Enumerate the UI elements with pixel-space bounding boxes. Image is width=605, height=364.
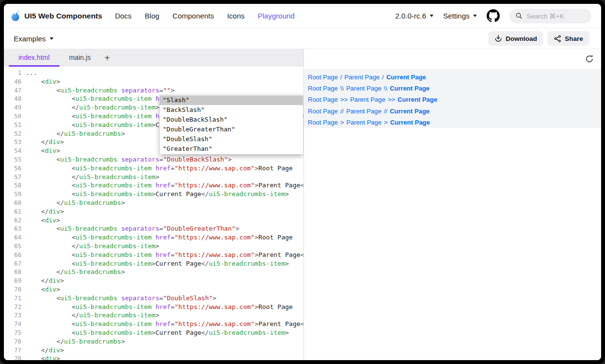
breadcrumb-row: Root Page\\Parent Page\\Current Page: [308, 83, 597, 94]
line-number: 65: [4, 242, 21, 251]
settings-label: Settings: [443, 12, 470, 20]
nav-item-blog[interactable]: Blog: [145, 12, 159, 20]
code-line: 57 </ui5-breadcrumbs-item>: [4, 173, 303, 182]
line-number: 60: [4, 199, 21, 207]
examples-dropdown[interactable]: Examples: [14, 35, 54, 43]
editor-tabs: index.htmlmain.js: [9, 49, 100, 67]
line-content: <ui5-breadcrumbs-item href="https://www.…: [21, 164, 293, 173]
nav-item-docs[interactable]: Docs: [115, 12, 132, 20]
autocomplete-item[interactable]: "Slash": [160, 95, 303, 105]
code-line: 62 <div>: [4, 216, 303, 225]
code-area[interactable]: 1...46 <div>47 <ui5-breadcrumbs separato…: [4, 67, 303, 360]
share-button[interactable]: Share: [548, 31, 589, 46]
line-number: 53: [4, 138, 21, 146]
line-content: <ui5-breadcrumbs-item href="https://www.…: [21, 181, 303, 190]
breadcrumb-separator: //: [384, 108, 387, 115]
code-line: 72 <ui5-breadcrumbs-item href="https://w…: [4, 303, 303, 311]
search-input[interactable]: Search ⌘+K: [510, 9, 591, 23]
browser-frame: UI5 Web Components DocsBlogComponentsIco…: [0, 0, 605, 364]
breadcrumb-separator: //: [340, 108, 343, 115]
add-tab-button[interactable]: +: [100, 49, 114, 67]
line-number: 71: [4, 294, 21, 303]
breadcrumb-link[interactable]: Root Page: [308, 96, 338, 103]
refresh-icon[interactable]: [585, 55, 594, 63]
line-content: <ui5-breadcrumbs-item>Current Page</ui5-…: [21, 259, 289, 268]
line-content: </ui5-breadcrumbs>: [21, 268, 125, 276]
tab-index.html[interactable]: index.html: [9, 49, 59, 67]
line-number: 75: [4, 328, 21, 337]
breadcrumb-current: Current Page: [397, 96, 437, 103]
autocomplete-item[interactable]: "DoubleSlash": [160, 134, 303, 144]
breadcrumb-link[interactable]: Parent Page: [350, 96, 385, 103]
line-content: </ui5-breadcrumbs-item>: [21, 173, 159, 182]
version-dropdown[interactable]: 2.0.0-rc.6: [395, 12, 433, 20]
chevron-down-icon: [50, 37, 54, 40]
share-label: Share: [565, 35, 583, 42]
github-icon[interactable]: [487, 9, 500, 22]
line-number: 76: [4, 337, 21, 346]
breadcrumb-link[interactable]: Parent Page: [346, 119, 381, 126]
line-content: </div>: [21, 346, 64, 355]
autocomplete-item[interactable]: "DoubleBackSlash": [160, 115, 303, 125]
settings-dropdown[interactable]: Settings: [443, 12, 477, 20]
code-line: 61 </div>: [4, 207, 303, 216]
line-number: 63: [4, 224, 21, 233]
code-line: 69 </div>: [4, 276, 303, 285]
download-button[interactable]: Download: [488, 31, 544, 46]
breadcrumb-link[interactable]: Parent Page: [344, 73, 379, 81]
line-number: 77: [4, 346, 21, 355]
line-number: 70: [4, 285, 21, 294]
line-number: 50: [4, 112, 21, 121]
autocomplete-item[interactable]: "DoubleGreaterThan": [160, 125, 303, 134]
examples-label: Examples: [14, 35, 46, 43]
search-icon: [515, 12, 523, 19]
breadcrumb-link[interactable]: Root Page: [308, 119, 338, 126]
breadcrumb-separator: /: [340, 73, 342, 81]
code-line: 56 <ui5-breadcrumbs-item href="https://w…: [4, 164, 303, 173]
autocomplete-item[interactable]: "BackSlash": [160, 105, 303, 115]
line-content: <ui5-breadcrumbs separators="DoubleGreat…: [21, 224, 239, 233]
breadcrumb-separator: \\: [340, 85, 343, 92]
line-content: <ui5-breadcrumbs-item href="https://www.…: [21, 251, 303, 259]
main-split: index.htmlmain.js + 1...46 <div>47 <ui5-…: [4, 49, 601, 360]
main-nav: DocsBlogComponentsIconsPlayground: [115, 12, 295, 20]
line-number: 51: [4, 121, 21, 129]
line-content: </ui5-breadcrumbs-item>: [21, 103, 159, 112]
download-icon: [494, 35, 502, 42]
version-label: 2.0.0-rc.6: [395, 12, 426, 20]
line-number: 48: [4, 94, 21, 103]
breadcrumb-link[interactable]: Root Page: [308, 73, 338, 81]
line-number: 49: [4, 103, 21, 112]
nav-item-components[interactable]: Components: [172, 12, 214, 20]
line-number: 74: [4, 320, 21, 328]
nav-item-icons[interactable]: Icons: [227, 12, 245, 20]
autocomplete-item[interactable]: "GreaterThan": [160, 144, 303, 154]
share-icon: [554, 35, 561, 42]
breadcrumb-link[interactable]: Parent Page: [346, 85, 381, 92]
site-header: UI5 Web Components DocsBlogComponentsIco…: [4, 4, 601, 28]
breadcrumb-separator: >: [384, 119, 388, 126]
breadcrumb-row: Root Page>Parent Page>Current Page: [308, 117, 597, 128]
line-content: <div>: [21, 285, 60, 294]
line-content: <ui5-breadcrumbs-item href="https://www.…: [21, 233, 293, 242]
brand-title: UI5 Web Components: [24, 12, 102, 20]
code-line: 46 <div>: [4, 77, 303, 86]
line-content: <ui5-breadcrumbs-item href="https://www.…: [21, 303, 293, 311]
line-number: 58: [4, 181, 21, 190]
breadcrumb-link[interactable]: Root Page: [308, 108, 338, 115]
breadcrumb-link[interactable]: Parent Page: [346, 108, 381, 115]
breadcrumb-separator: >>: [340, 96, 347, 103]
code-line: 77 </div>: [4, 346, 303, 355]
breadcrumb-link[interactable]: Root Page: [308, 85, 338, 92]
line-number: 57: [4, 173, 21, 182]
code-line: 75 <ui5-breadcrumbs-item>Current Page</u…: [4, 328, 303, 337]
line-content: <div>: [21, 146, 60, 155]
nav-item-playground[interactable]: Playground: [258, 12, 295, 20]
line-content: <div>: [21, 216, 60, 225]
code-line: 68 </ui5-breadcrumbs>: [4, 268, 303, 276]
brand[interactable]: UI5 Web Components: [10, 10, 102, 22]
line-content: <ui5-breadcrumbs separators="">: [21, 86, 174, 95]
line-number: 64: [4, 233, 21, 242]
tab-main.js[interactable]: main.js: [59, 49, 100, 67]
line-number: 56: [4, 164, 21, 173]
